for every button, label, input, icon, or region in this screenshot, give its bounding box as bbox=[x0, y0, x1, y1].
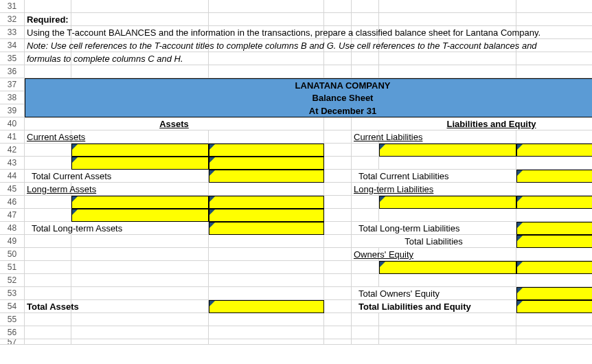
cell[interactable] bbox=[71, 313, 209, 326]
assets-header[interactable]: Assets bbox=[25, 117, 324, 130]
header-date[interactable]: At December 31 bbox=[25, 104, 71, 117]
cell[interactable] bbox=[209, 65, 324, 78]
input-cell[interactable] bbox=[516, 235, 592, 248]
input-cell[interactable] bbox=[209, 170, 324, 183]
input-cell[interactable] bbox=[209, 144, 324, 157]
cell[interactable] bbox=[352, 52, 379, 65]
cell[interactable] bbox=[352, 0, 379, 13]
cell[interactable] bbox=[379, 274, 516, 287]
cell[interactable] bbox=[379, 326, 516, 339]
cell[interactable] bbox=[324, 261, 352, 274]
header-company[interactable]: LANATANA COMPANY bbox=[25, 78, 71, 91]
cell[interactable] bbox=[71, 300, 209, 313]
cell[interactable] bbox=[324, 235, 352, 248]
input-cell[interactable] bbox=[516, 300, 592, 313]
spreadsheet-grid[interactable]: 31 32 Required: 33 Using the T-account B… bbox=[0, 0, 592, 345]
cell[interactable] bbox=[25, 248, 71, 261]
cell[interactable] bbox=[516, 0, 592, 13]
instruction-text[interactable]: Using the T-account BALANCES and the inf… bbox=[25, 26, 71, 39]
input-cell[interactable] bbox=[516, 170, 592, 183]
cell[interactable] bbox=[379, 52, 516, 65]
cell[interactable] bbox=[516, 274, 592, 287]
cell[interactable] bbox=[209, 130, 324, 144]
cell[interactable] bbox=[516, 65, 592, 78]
input-cell[interactable] bbox=[71, 144, 209, 157]
cell[interactable] bbox=[71, 274, 209, 287]
cell[interactable] bbox=[324, 52, 352, 65]
input-cell[interactable] bbox=[379, 196, 516, 209]
cell[interactable] bbox=[324, 13, 352, 26]
total-assets-label[interactable]: Total Assets bbox=[25, 300, 71, 313]
cell[interactable] bbox=[324, 313, 352, 326]
cell[interactable] bbox=[379, 157, 516, 170]
cell[interactable] bbox=[324, 326, 352, 339]
cell[interactable] bbox=[516, 313, 592, 326]
total-liabilities-label[interactable]: Total Liabilities bbox=[352, 235, 516, 248]
cell[interactable] bbox=[516, 326, 592, 339]
input-cell[interactable] bbox=[379, 261, 516, 274]
total-longterm-assets-label[interactable]: Total Long-term Assets bbox=[25, 222, 209, 235]
current-assets-label[interactable]: Current Assets bbox=[25, 130, 71, 144]
total-owners-equity-label[interactable]: Total Owners' Equity bbox=[352, 287, 516, 300]
cell[interactable] bbox=[25, 339, 71, 345]
cell[interactable] bbox=[209, 339, 324, 345]
input-cell[interactable] bbox=[209, 209, 324, 222]
cell[interactable] bbox=[25, 209, 71, 222]
cell[interactable] bbox=[71, 13, 209, 26]
cell[interactable] bbox=[71, 339, 209, 345]
cell[interactable] bbox=[324, 144, 352, 157]
owners-equity-label[interactable]: Owners' Equity bbox=[352, 248, 379, 261]
cell[interactable] bbox=[25, 144, 71, 157]
cell[interactable] bbox=[209, 248, 324, 261]
cell[interactable] bbox=[25, 313, 71, 326]
input-cell[interactable] bbox=[71, 209, 209, 222]
header-sheet[interactable]: Balance Sheet bbox=[25, 91, 71, 104]
cell[interactable] bbox=[324, 339, 352, 345]
cell[interactable] bbox=[25, 0, 71, 13]
input-cell[interactable] bbox=[209, 222, 324, 235]
total-longterm-liabilities-label[interactable]: Total Long-term Liabilities bbox=[352, 222, 516, 235]
input-cell[interactable] bbox=[516, 196, 592, 209]
cell[interactable] bbox=[25, 157, 71, 170]
cell[interactable] bbox=[324, 117, 352, 130]
cell[interactable] bbox=[516, 130, 592, 144]
cell[interactable] bbox=[379, 0, 516, 13]
current-liabilities-label[interactable]: Current Liabilities bbox=[352, 130, 379, 144]
note-text[interactable]: formulas to complete columns C and H. bbox=[25, 52, 71, 65]
cell[interactable] bbox=[516, 339, 592, 345]
cell[interactable] bbox=[71, 326, 209, 339]
cell[interactable] bbox=[25, 274, 71, 287]
cell[interactable] bbox=[209, 235, 324, 248]
cell[interactable] bbox=[379, 65, 516, 78]
cell[interactable] bbox=[25, 261, 71, 274]
input-cell[interactable] bbox=[209, 300, 324, 313]
cell[interactable] bbox=[324, 209, 352, 222]
total-liabilities-equity-label[interactable]: Total Liabilities and Equity bbox=[352, 300, 516, 313]
cell[interactable] bbox=[25, 65, 71, 78]
cell[interactable] bbox=[516, 248, 592, 261]
cell[interactable] bbox=[352, 144, 379, 157]
input-cell[interactable] bbox=[209, 196, 324, 209]
cell[interactable] bbox=[516, 209, 592, 222]
input-cell[interactable] bbox=[516, 287, 592, 300]
cell[interactable] bbox=[25, 326, 71, 339]
cell[interactable] bbox=[352, 326, 379, 339]
cell[interactable] bbox=[71, 261, 209, 274]
cell[interactable] bbox=[352, 13, 379, 26]
cell[interactable] bbox=[516, 52, 592, 65]
input-cell[interactable] bbox=[379, 144, 516, 157]
cell[interactable] bbox=[25, 287, 71, 300]
cell[interactable] bbox=[71, 235, 209, 248]
cell[interactable] bbox=[352, 157, 379, 170]
cell[interactable] bbox=[516, 13, 592, 26]
cell[interactable] bbox=[352, 313, 379, 326]
input-cell[interactable] bbox=[516, 222, 592, 235]
cell[interactable] bbox=[209, 52, 324, 65]
input-cell[interactable] bbox=[71, 157, 209, 170]
cell[interactable] bbox=[352, 261, 379, 274]
cell[interactable] bbox=[71, 65, 209, 78]
cell[interactable] bbox=[71, 248, 209, 261]
cell[interactable] bbox=[209, 326, 324, 339]
cell[interactable] bbox=[209, 0, 324, 13]
input-cell[interactable] bbox=[209, 157, 324, 170]
